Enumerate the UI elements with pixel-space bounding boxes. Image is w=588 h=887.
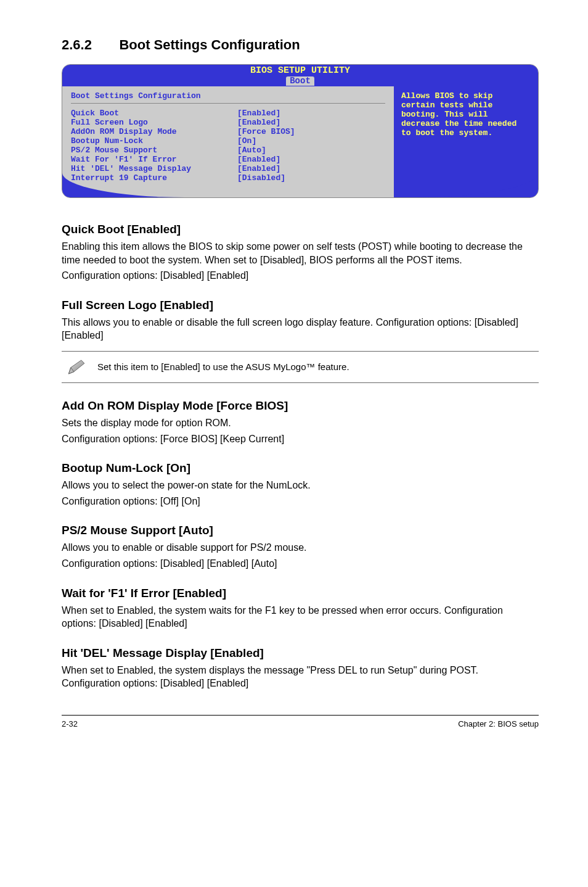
bios-value: [Auto] xyxy=(237,146,385,155)
paragraph: Allows you to enable or disable support … xyxy=(62,541,539,555)
bios-value: [Force BIOS] xyxy=(237,127,385,136)
bios-row: Full Screen Logo [Enabled] xyxy=(71,118,385,127)
bios-row: Quick Boot [Enabled] xyxy=(71,109,385,118)
note-text: Set this item to [Enabled] to use the AS… xyxy=(92,361,539,372)
bios-main-panel: Boot Settings Configuration Quick Boot [… xyxy=(62,86,394,197)
bios-label: Full Screen Logo xyxy=(71,118,237,127)
heading-bootup-numlock: Bootup Num-Lock [On] xyxy=(62,461,539,475)
note-callout: Set this item to [Enabled] to use the AS… xyxy=(62,351,539,383)
bios-title-bar: BIOS SETUP UTILITY Boot xyxy=(62,65,538,86)
page-footer: 2-32 Chapter 2: BIOS setup xyxy=(62,715,539,728)
bios-value: [Enabled] xyxy=(237,109,385,118)
bios-tab-boot: Boot xyxy=(286,76,314,86)
bios-row: Hit 'DEL' Message Display [Enabled] xyxy=(71,164,385,173)
paragraph: Configuration options: [Disabled] [Enabl… xyxy=(62,557,539,571)
bios-value: [On] xyxy=(237,136,385,146)
bios-label: Hit 'DEL' Message Display xyxy=(71,164,237,173)
section-title: Boot Settings Configuration xyxy=(119,37,300,53)
footer-page-number: 2-32 xyxy=(62,719,78,728)
section-number: 2.6.2 xyxy=(62,37,92,53)
heading-addon-rom: Add On ROM Display Mode [Force BIOS] xyxy=(62,399,539,413)
paragraph: When set to Enabled, the system waits fo… xyxy=(62,604,539,630)
heading-ps2-mouse: PS/2 Mouse Support [Auto] xyxy=(62,524,539,537)
bios-label: Wait For 'F1' If Error xyxy=(71,155,237,164)
bios-row: PS/2 Mouse Support [Auto] xyxy=(71,146,385,155)
pencil-icon xyxy=(62,358,92,376)
bios-row: Wait For 'F1' If Error [Enabled] xyxy=(71,155,385,164)
bios-window: BIOS SETUP UTILITY Boot Boot Settings Co… xyxy=(62,64,539,198)
paragraph: Configuration options: [Disabled] [Enabl… xyxy=(62,269,539,283)
bios-value: [Enabled] xyxy=(237,118,385,127)
paragraph: Configuration options: [Off] [On] xyxy=(62,495,539,508)
bios-value: [Enabled] xyxy=(237,155,385,164)
paragraph: Sets the display mode for option ROM. xyxy=(62,416,539,430)
heading-full-screen-logo: Full Screen Logo [Enabled] xyxy=(62,299,539,312)
bios-row: Interrupt 19 Capture [Disabled] xyxy=(71,173,385,183)
bios-label: Bootup Num-Lock xyxy=(71,136,237,146)
paragraph: Configuration options: [Force BIOS] [Kee… xyxy=(62,432,539,446)
bios-panel-title: Boot Settings Configuration xyxy=(71,91,385,104)
bios-label: AddOn ROM Display Mode xyxy=(71,127,237,136)
bios-label: Interrupt 19 Capture xyxy=(71,173,237,183)
bios-label: Quick Boot xyxy=(71,109,237,118)
bios-value: [Disabled] xyxy=(237,173,385,183)
bios-help-text: Allows BIOS to skip certain tests while … xyxy=(401,91,531,138)
paragraph: When set to Enabled, the system displays… xyxy=(62,664,539,690)
bios-row: AddOn ROM Display Mode [Force BIOS] xyxy=(71,127,385,136)
paragraph: This allows you to enable or disable the… xyxy=(62,316,539,342)
bios-value: [Enabled] xyxy=(237,164,385,173)
paragraph: Allows you to select the power-on state … xyxy=(62,479,539,492)
section-header: 2.6.2 Boot Settings Configuration xyxy=(62,37,539,53)
bios-help-panel: Allows BIOS to skip certain tests while … xyxy=(394,86,538,197)
bios-row: Bootup Num-Lock [On] xyxy=(71,136,385,146)
paragraph: Enabling this item allows the BIOS to sk… xyxy=(62,240,539,266)
footer-chapter: Chapter 2: BIOS setup xyxy=(458,719,539,728)
bios-window-title: BIOS SETUP UTILITY xyxy=(62,66,538,76)
heading-hit-del: Hit 'DEL' Message Display [Enabled] xyxy=(62,646,539,660)
heading-quick-boot: Quick Boot [Enabled] xyxy=(62,223,539,236)
heading-wait-f1: Wait for 'F1' If Error [Enabled] xyxy=(62,587,539,600)
bios-label: PS/2 Mouse Support xyxy=(71,146,237,155)
